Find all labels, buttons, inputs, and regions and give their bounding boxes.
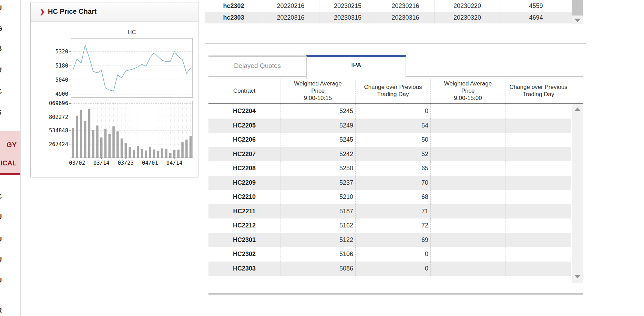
quotes-value-cell (431, 119, 505, 133)
quotes-contract-cell[interactable]: HC2204 (208, 104, 280, 119)
quotes-table-body: HC220452450HC2205524954HC2206524550HC220… (208, 104, 571, 276)
axis-tick-label: 5320 (55, 49, 68, 55)
page: UGBRCSCUUUUR GYICAL ❯HC Price Chart HC49… (0, 0, 644, 316)
top-table-row: hc23022022021620230215202302162023022045… (205, 0, 572, 12)
quotes-value-cell (431, 133, 505, 147)
quotes-scroll-up-icon[interactable] (574, 108, 581, 111)
quotes-value-cell (505, 133, 571, 147)
top-table-cell: 20230215 (319, 0, 376, 12)
quotes-value-cell: 71 (356, 204, 431, 219)
quotes-row: HC2211518771 (208, 204, 571, 219)
quotes-contract-cell[interactable]: HC2209 (208, 176, 280, 190)
sidebar-item-fragment[interactable]: R (0, 306, 2, 314)
sidebar-item-fragment[interactable]: S (0, 109, 1, 116)
contract-dates-table: hc23022022021620230215202302162023022045… (205, 0, 572, 23)
top-table-scrollbar[interactable] (572, 0, 583, 24)
top-table-scrollbar-thumb[interactable] (572, 0, 583, 16)
quotes-value-cell (505, 247, 571, 262)
quotes-value-cell: 50 (356, 133, 431, 147)
quotes-row: HC2209523770 (208, 176, 571, 190)
quotes-contract-cell[interactable]: HC2301 (208, 233, 280, 247)
quotes-contract-cell[interactable]: HC2207 (208, 147, 280, 162)
axis-tick-label: 534848 (49, 128, 68, 134)
quotes-value-cell: 5106 (280, 247, 356, 262)
quotes-value-cell (431, 247, 505, 262)
quotes-value-cell (505, 147, 571, 162)
quotes-row: HC2207524252 (208, 147, 571, 162)
quotes-contract-cell[interactable]: HC2205 (208, 119, 280, 133)
quotes-scroll-down-icon[interactable] (574, 275, 581, 278)
quotes-contract-cell[interactable]: HC2212 (208, 218, 280, 233)
tab-ipa[interactable]: IPA (306, 55, 406, 79)
quotes-row: HC2210521068 (208, 190, 571, 204)
quotes-value-cell: 72 (356, 218, 431, 233)
top-table-contract-cell[interactable]: hc2302 (205, 0, 262, 12)
sidebar-item-fragment[interactable]: R (0, 66, 2, 74)
axis-tick-label: 5040 (55, 77, 68, 83)
quotes-value-cell: 5162 (280, 218, 356, 233)
sidebar-item-fragment[interactable]: C (0, 88, 2, 95)
quotes-value-cell (431, 262, 505, 276)
sidebar-item-fragment[interactable]: U (0, 276, 2, 284)
quotes-contract-cell[interactable]: HC2210 (208, 190, 280, 204)
sidebar-item-fragment[interactable]: U (0, 4, 2, 12)
sidebar-active-label: GY (0, 141, 17, 149)
quotes-value-cell: 52 (356, 147, 431, 162)
sidebar-item-fragment[interactable]: U (0, 256, 2, 264)
top-table-cell: 20220316 (262, 12, 319, 23)
quotes-value-cell: 5245 (280, 104, 356, 119)
quotes-value-cell: 5187 (280, 204, 356, 219)
top-table-scroll-down-icon[interactable] (574, 19, 581, 22)
sidebar-item-active[interactable]: GYICAL (0, 131, 20, 173)
quotes-value-cell (505, 190, 571, 204)
quotes-table-header: ContractWeighted AveragePrice9:00-10:15C… (208, 78, 571, 103)
sidebar-item-fragment[interactable]: B (0, 45, 2, 53)
hc-price-chart-header[interactable]: ❯HC Price Chart (31, 2, 198, 22)
top-table-contract-cell[interactable]: hc2303 (205, 12, 262, 23)
quotes-value-cell: 0 (356, 262, 431, 276)
tab-delayed-quotes[interactable]: Delayed Quotes (208, 55, 306, 77)
sidebar-active-label: ICAL (0, 159, 17, 167)
quotes-header-cell: Weighted AveragePrice9:00-15:00 (431, 78, 505, 103)
quotes-value-cell: 5122 (280, 233, 356, 247)
sidebar-item-fragment[interactable]: G (0, 25, 2, 33)
x-axis-tick-label: 04/01 (142, 160, 158, 166)
quotes-row: HC2206524550 (208, 133, 571, 147)
quotes-scrollbar[interactable] (572, 104, 583, 283)
quotes-value-cell: 5250 (280, 161, 356, 176)
chart-title: HC (127, 29, 136, 35)
top-table-cell: 4694 (500, 12, 572, 23)
quotes-row: HC230350860 (208, 262, 571, 276)
top-table-cell: 20220216 (262, 0, 319, 12)
section-divider (205, 43, 586, 44)
quotes-value-cell: 0 (356, 247, 431, 262)
sidebar-item-fragment[interactable]: C (0, 193, 2, 201)
quotes-header-cell: Change over PreviousTrading Day (356, 78, 431, 103)
x-axis-tick-label: 04/14 (166, 160, 183, 166)
quotes-value-cell (431, 147, 505, 162)
quotes-contract-cell[interactable]: HC2206 (208, 133, 280, 147)
top-table-cell: 20230216 (376, 0, 435, 12)
axis-tick-label: 1069696 (49, 100, 68, 106)
quotes-contract-cell[interactable]: HC2211 (208, 204, 280, 219)
panel-title: ❯HC Price Chart (40, 8, 96, 16)
quotes-row: HC2205524954 (208, 119, 571, 133)
sidebar-item-fragment[interactable]: U (0, 235, 2, 243)
quotes-contract-cell[interactable]: HC2303 (208, 262, 280, 276)
quotes-contract-cell[interactable]: HC2302 (208, 247, 280, 262)
sidebar-item-fragment[interactable]: U (0, 213, 2, 221)
quotes-value-cell (431, 161, 505, 176)
quotes-value-cell: 5086 (280, 262, 356, 276)
quotes-row: HC230251060 (208, 247, 571, 262)
hc-price-chart-panel: ❯HC Price Chart HC4900504051805320267424… (30, 2, 198, 177)
quotes-value-cell (431, 176, 505, 190)
quotes-value-cell: 0 (356, 104, 431, 119)
quotes-value-cell: 5249 (280, 119, 356, 133)
quotes-row: HC2301512269 (208, 233, 571, 247)
price-line-series (73, 45, 191, 91)
quotes-contract-cell[interactable]: HC2208 (208, 161, 280, 176)
quotes-value-cell: 65 (356, 161, 431, 176)
quotes-header-cell: Contract (208, 78, 280, 103)
quotes-value-cell (505, 218, 571, 233)
top-table-row: hc23032022031620230315202303162023032046… (205, 12, 572, 23)
